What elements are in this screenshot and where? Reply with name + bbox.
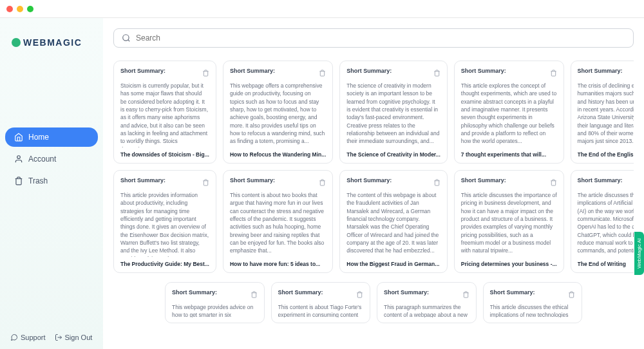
sidebar-item-label: Account [28,155,56,164]
trash-icon [319,179,326,186]
card-body: Stoicism is currently popular, but it ha… [120,82,209,147]
card-label: Short Summary: [346,68,392,74]
card-title: The End of the English Major | The... [578,151,634,158]
trash-icon [550,70,557,77]
card-title: The Science of Creativity in Moder... [346,151,440,158]
signout-link[interactable]: Sign Out [55,334,93,341]
card-label: Short Summary: [120,68,166,74]
logo: WEBMAGIC [12,37,82,48]
card-title: Pricing determines your business -... [461,261,557,267]
cards-container: Short Summary: Stoicism is currently pop… [113,61,634,323]
sidebar-item-label: Trash [28,176,48,185]
search-input[interactable] [136,33,625,42]
trash-icon [550,179,557,186]
card-body: This article explores the concept of tho… [461,82,557,147]
card-label: Short Summary: [230,68,275,74]
signout-label: Sign Out [65,334,93,341]
summary-card[interactable]: Short Summary: This article discusses th… [483,282,583,323]
delete-card-button[interactable] [251,289,258,301]
card-label: Short Summary: [461,177,506,184]
card-title: 7 thought experiments that will... [461,151,557,158]
sidebar-item-trash[interactable]: Trash [5,171,98,191]
summary-card[interactable]: Short Summary: This content is about two… [223,170,333,273]
card-label: Short Summary: [278,289,323,296]
minimize-window-button[interactable] [17,6,23,12]
card-title: The Productivity Guide: My Best... [120,261,209,267]
delete-card-button[interactable] [319,177,326,189]
maximize-window-button[interactable] [27,6,33,12]
main-content: Short Summary: Stoicism is currently pop… [103,18,644,349]
card-title: The End of Writing [578,261,634,267]
trash-icon [433,179,440,186]
sidebar-item-account[interactable]: Account [5,149,98,169]
trash-icon [202,179,209,186]
card-body: This webpage offers a comprehensive guid… [230,82,326,147]
card-label: Short Summary: [384,289,429,296]
chat-icon [10,334,18,341]
card-label: Short Summary: [461,68,506,74]
summary-card[interactable]: Short Summary: The science of creativity… [339,61,447,164]
card-label: Short Summary: [490,289,535,296]
trash-icon [14,176,23,185]
svg-line-3 [128,40,130,42]
close-window-button[interactable] [6,6,13,12]
delete-card-button[interactable] [568,289,575,301]
summary-card[interactable]: Short Summary: This content is about Tia… [271,282,371,323]
sidebar-item-home[interactable]: Home [5,127,98,147]
summary-card[interactable]: Short Summary: This webpage provides adv… [165,282,265,323]
card-body: The article discusses the potential impl… [578,191,634,257]
delete-card-button[interactable] [356,289,363,301]
summary-card[interactable]: Short Summary: This article discusses th… [454,170,564,273]
summary-card[interactable]: Short Summary: This paragraph summarizes… [377,282,477,323]
traffic-lights [6,6,33,12]
window-titlebar [0,0,644,18]
delete-card-button[interactable] [319,68,326,79]
delete-card-button[interactable] [433,68,440,79]
logo-icon [12,38,21,47]
delete-card-button[interactable] [433,177,440,189]
card-title: How the Biggest Fraud in German... [346,261,440,267]
webmagic-ai-tab[interactable]: WebMagic AI [634,232,644,275]
trash-icon [251,291,258,298]
delete-card-button[interactable] [202,68,209,79]
summary-card[interactable]: Short Summary: The content of this webpa… [339,170,447,273]
support-label: Support [21,334,46,341]
card-body: The content of this webpage is about the… [346,191,440,257]
home-icon [14,133,23,142]
summary-card[interactable]: Short Summary: This article provides inf… [113,170,216,273]
trash-icon [568,291,575,298]
card-body: This content is about Tiago Forte's expe… [278,303,364,317]
card-label: Short Summary: [346,177,392,184]
card-body: This paragraph summarizes the content of… [384,303,469,317]
delete-card-button[interactable] [550,177,557,189]
search-icon [122,33,131,42]
trash-icon [433,70,440,77]
summary-card[interactable]: Short Summary: The crisis of declining e… [571,61,634,164]
card-title: How to have more fun: 5 ideas to... [230,261,326,267]
sidebar-nav: Home Account Trash [0,127,103,193]
summary-card[interactable]: Short Summary: The article discusses the… [571,170,634,273]
card-body: The crisis of declining enrollment in hu… [578,82,634,147]
sidebar-item-label: Home [28,133,49,142]
search-bar[interactable] [113,28,634,48]
summary-card[interactable]: Short Summary: Stoicism is currently pop… [113,61,216,164]
card-title: The downsides of Stoicism - Big... [120,151,209,158]
summary-card[interactable]: Short Summary: This webpage offers a com… [223,61,333,164]
card-label: Short Summary: [578,68,623,74]
card-label: Short Summary: [230,177,275,184]
card-label: Short Summary: [172,289,217,296]
sidebar: WEBMAGIC Home Account Trash Support [0,18,103,349]
card-body: This content is about two books that arg… [230,191,326,257]
trash-icon [462,291,469,298]
delete-card-button[interactable] [462,289,469,301]
trash-icon [202,70,209,77]
card-body: This article provides information about … [120,191,209,257]
delete-card-button[interactable] [550,68,557,79]
summary-card[interactable]: Short Summary: This article explores the… [454,61,564,164]
delete-card-button[interactable] [202,177,209,189]
card-body: The science of creativity in modern soci… [346,82,440,147]
user-icon [14,155,23,164]
svg-point-2 [123,35,129,41]
card-label: Short Summary: [578,177,623,184]
support-link[interactable]: Support [10,334,46,341]
